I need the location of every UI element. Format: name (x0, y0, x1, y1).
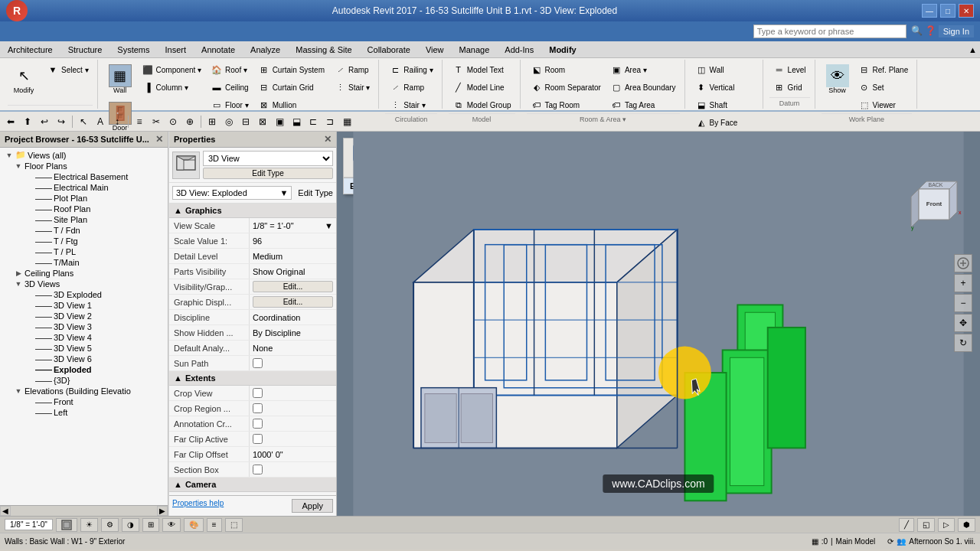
tree-item-t-main[interactable]: —— T/Main (2, 257, 166, 268)
room-button[interactable]: ⬕ Room (527, 61, 605, 78)
visibility-value[interactable]: Edit... (250, 279, 336, 294)
apply-button[interactable]: Apply (292, 499, 333, 513)
toolbar-btn-5[interactable]: ↖ (76, 114, 91, 129)
ramp2-button[interactable]: ⟋ Ramp (385, 79, 436, 96)
crop-region-checkbox[interactable] (253, 403, 263, 413)
camera-section-header[interactable]: ▲ Camera (169, 478, 336, 492)
menu-modify[interactable]: Modify (541, 44, 583, 56)
nav-zoom-out[interactable]: − (954, 294, 972, 312)
help-icon[interactable]: ❓ (925, 25, 936, 37)
view-cube[interactable]: BACK Front x y (903, 178, 965, 239)
minimize-button[interactable]: — (922, 4, 937, 18)
set-button[interactable]: ⊙ Set (854, 79, 913, 96)
toolbar-btn-9[interactable]: ✂ (149, 114, 164, 129)
tree-item-electrical-main[interactable]: —— Electrical Main (2, 182, 166, 193)
toolbar-btn-16[interactable]: ▣ (272, 114, 287, 129)
view-scale-value[interactable]: 1/8" = 1'-0"▼ (250, 218, 336, 233)
project-browser-close[interactable]: ✕ (155, 134, 163, 145)
area-boundary-button[interactable]: ▢ Area Boundary (606, 79, 680, 96)
toolbar-btn-19[interactable]: ⊐ (322, 114, 338, 129)
tag-room-button[interactable]: 🏷 Tag Room (527, 96, 605, 113)
toolbar-btn-7[interactable]: ↕ (109, 114, 125, 129)
toolbar-btn-10[interactable]: ⊙ (165, 114, 181, 129)
menu-collaborate[interactable]: Collaborate (360, 44, 418, 56)
toolbar-btn-20[interactable]: ▦ (339, 114, 354, 129)
sun-path-checkbox[interactable] (253, 358, 263, 368)
toolbar-btn-3[interactable]: ↩ (37, 114, 52, 129)
show-button[interactable]: 👁 Show (822, 61, 854, 113)
model-group-button[interactable]: ⧉ Model Group (449, 96, 515, 113)
graphics-section-header[interactable]: ▲ Graphics (169, 204, 336, 218)
far-clip-offset-value[interactable]: 1000' 0" (250, 447, 336, 461)
railing-button[interactable]: ⊏ Railing ▾ (385, 61, 436, 78)
crop-view-checkbox[interactable] (253, 388, 263, 398)
tree-item-t-ftg[interactable]: —— T / Ftg (2, 236, 166, 246)
vertical-button[interactable]: ⬍ Vertical (691, 79, 758, 96)
expander-elevations[interactable]: ▼ (14, 386, 23, 396)
nav-zoom-in[interactable]: + (954, 274, 972, 292)
tree-item-3d[interactable]: —— {3D} (2, 375, 166, 386)
nav-orbit[interactable]: ↻ (954, 334, 972, 352)
tree-item-3d-exploded[interactable]: —— 3D Exploded (2, 289, 166, 300)
nav-pan[interactable]: ✥ (954, 314, 972, 332)
toolbar-btn-18[interactable]: ⊏ (305, 114, 321, 129)
view-ctrl-shadows[interactable]: ◑ (122, 518, 139, 532)
tree-item-plot-plan[interactable]: —— Plot Plan (2, 193, 166, 204)
sign-in-btn[interactable]: Sign In (939, 25, 974, 37)
scale-display[interactable]: 1/8" = 1'-0" (5, 519, 53, 530)
tree-item-3d-view-3[interactable]: —— 3D View 3 (2, 321, 166, 332)
tree-item-3d-view-5[interactable]: —— 3D View 5 (2, 343, 166, 354)
floor-button[interactable]: ▭ Floor ▾ (207, 96, 253, 113)
expander-3d-views[interactable]: ▼ (14, 279, 23, 289)
workshare-icon[interactable]: 👥 (897, 537, 906, 546)
viewer-button[interactable]: ⬚ Viewer (854, 96, 913, 113)
edit-type-button[interactable]: Edit Type (203, 168, 333, 179)
grid-button[interactable]: ⊞ Grid (769, 79, 810, 96)
close-button[interactable]: ✕ (959, 4, 974, 18)
by-face-button[interactable]: ◭ By Face (691, 114, 758, 131)
section-box-value[interactable] (250, 462, 336, 477)
graphic-display-value[interactable]: Edit... (250, 295, 336, 309)
room-separator-button[interactable]: ⬖ Room Separator (527, 79, 605, 96)
annotation-crop-checkbox[interactable] (253, 419, 263, 429)
maximize-button[interactable]: □ (940, 4, 956, 18)
edit-type-link[interactable]: Edit Type (298, 188, 333, 197)
menu-structure[interactable]: Structure (60, 44, 110, 56)
discipline-value[interactable]: Coordination (250, 310, 336, 324)
view-ctrl-workplane[interactable]: ⬚ (225, 518, 243, 532)
ref-plane-button[interactable]: ⊟ Ref. Plane (854, 61, 913, 78)
view-ctrl-detail[interactable]: ≡ (207, 518, 222, 532)
tree-item-left[interactable]: —— Left (2, 407, 166, 418)
curtain-grid-button[interactable]: ⊟ Curtain Grid (254, 79, 328, 96)
nav-zoom-full[interactable] (954, 254, 972, 272)
menu-architecture[interactable]: Architecture (0, 44, 60, 56)
view-ctrl-5[interactable]: ◱ (917, 518, 935, 532)
detail-level-value[interactable]: Medium (250, 249, 336, 263)
toolbar-btn-4[interactable]: ↪ (54, 114, 69, 129)
model-text-button[interactable]: T Model Text (449, 61, 515, 78)
modify-button[interactable]: ↖ Modify (8, 61, 40, 98)
tree-item-t-pl[interactable]: —— T / PL (2, 246, 166, 257)
show-hidden-value[interactable]: By Discipline (250, 325, 336, 340)
tree-item-electrical-basement[interactable]: —— Electrical Basement (2, 171, 166, 182)
tree-item-site-plan[interactable]: —— Site Plan (2, 214, 166, 225)
annotation-crop-value[interactable] (250, 416, 336, 431)
curtain-system-button[interactable]: ⊞ Curtain System (254, 61, 328, 78)
search-input[interactable] (753, 24, 906, 38)
column-button[interactable]: ▐ Column ▾ (138, 79, 205, 96)
crop-view-value[interactable] (250, 386, 336, 400)
expander-ceiling-plans[interactable]: ▶ (14, 269, 23, 278)
properties-help-link[interactable]: Properties help (172, 499, 224, 513)
view-name-dropdown[interactable]: 3D View: Exploded ▼ (172, 186, 292, 200)
tag-area-button[interactable]: 🏷 Tag Area (606, 96, 680, 113)
expand-ribbon-btn[interactable]: ▲ (969, 45, 977, 54)
toolbar-btn-14[interactable]: ⊟ (238, 114, 253, 129)
stair2-button[interactable]: ⋮ Stair ▾ (385, 96, 436, 113)
menu-massing-site[interactable]: Massing & Site (288, 44, 359, 56)
toolbar-btn-15[interactable]: ⊠ (255, 114, 270, 129)
graphic-display-edit-btn[interactable]: Edit... (253, 296, 333, 308)
far-clip-active-value[interactable] (250, 432, 336, 446)
wall-button[interactable]: ▦ Wall (104, 61, 136, 98)
menu-add-ins[interactable]: Add-Ins (497, 44, 541, 56)
sync-icon[interactable]: ⟳ (887, 537, 893, 546)
